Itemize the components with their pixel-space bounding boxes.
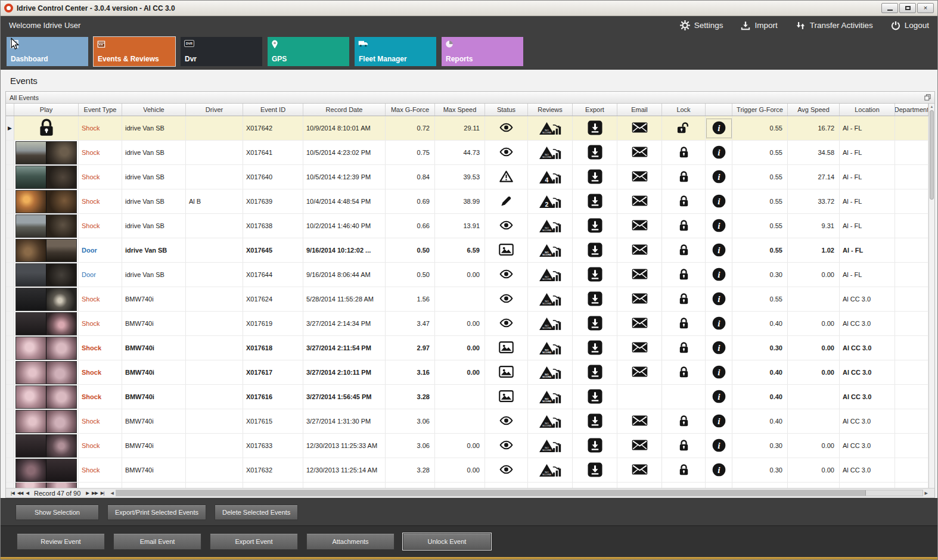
- export-download-icon[interactable]: [588, 145, 602, 161]
- email-envelope-icon[interactable]: [632, 342, 648, 354]
- locked-icon[interactable]: [679, 268, 689, 282]
- import-action[interactable]: Import: [741, 21, 777, 30]
- event-row[interactable]: ShockBMW740iX0176245/28/2014 11:55:28 AM…: [6, 287, 928, 312]
- horizontal-scroll-track[interactable]: [116, 490, 923, 496]
- event-thumbnail[interactable]: [16, 239, 76, 262]
- review-score-icon[interactable]: NOSCORE: [539, 293, 561, 306]
- info-icon[interactable]: i: [712, 373, 726, 380]
- info-icon[interactable]: i: [712, 153, 726, 160]
- tab-reports[interactable]: Reports: [442, 37, 523, 66]
- locked-icon[interactable]: [679, 170, 689, 184]
- email-envelope-icon[interactable]: [632, 415, 648, 427]
- event-thumbnail[interactable]: [16, 313, 76, 335]
- info-icon[interactable]: i: [712, 226, 726, 234]
- review-score-icon[interactable]: NOSCORE: [539, 390, 561, 404]
- locked-icon[interactable]: [679, 439, 689, 453]
- event-thumbnail[interactable]: [16, 215, 76, 237]
- event-thumbnail[interactable]: [16, 483, 76, 488]
- export-download-icon[interactable]: [588, 438, 602, 454]
- minimize-button[interactable]: [881, 3, 898, 13]
- email-envelope-icon[interactable]: [632, 122, 648, 134]
- column-header-location[interactable]: Location: [840, 104, 895, 116]
- email-envelope-icon[interactable]: [632, 293, 648, 305]
- email-envelope-icon[interactable]: [632, 147, 648, 158]
- review-score-icon[interactable]: NOSCORE: [539, 439, 561, 453]
- export-download-icon[interactable]: [588, 169, 602, 185]
- pager-first-button[interactable]: |◀: [11, 491, 14, 496]
- info-icon[interactable]: i: [712, 422, 726, 429]
- event-thumbnail[interactable]: [16, 410, 76, 433]
- info-icon[interactable]: i: [712, 397, 726, 405]
- unlock-event-button[interactable]: Unlock Event: [403, 533, 491, 550]
- event-row[interactable]: Shockidrive Van SBAl BX01763910/4/2014 4…: [6, 189, 928, 214]
- locked-icon[interactable]: [679, 244, 689, 257]
- maximize-button[interactable]: [899, 3, 916, 13]
- column-header-avg-speed[interactable]: Avg Speed: [788, 104, 840, 116]
- event-row[interactable]: Dooridrive Van SBX0176449/16/2014 8:06:4…: [6, 263, 928, 287]
- locked-icon[interactable]: [679, 463, 689, 477]
- delete-selected-button[interactable]: Delete Selected Events: [215, 505, 298, 520]
- column-header-department[interactable]: Department: [895, 104, 928, 116]
- export-download-icon[interactable]: [588, 120, 602, 136]
- review-score-icon[interactable]: NOSCORE: [539, 317, 561, 331]
- column-header-export[interactable]: Export: [573, 104, 617, 116]
- locked-icon[interactable]: [679, 293, 689, 306]
- review-event-button[interactable]: Review Event: [17, 533, 105, 550]
- locked-icon[interactable]: [679, 146, 689, 160]
- column-header-driver[interactable]: Driver: [186, 104, 243, 116]
- export-download-icon[interactable]: [588, 413, 602, 430]
- show-selection-button[interactable]: Show Selection: [15, 505, 99, 520]
- review-score-icon[interactable]: NOSCORE: [539, 341, 561, 355]
- horizontal-scroll-thumb[interactable]: [116, 490, 866, 496]
- export-download-icon[interactable]: [588, 218, 602, 234]
- export-download-icon[interactable]: [588, 389, 602, 405]
- event-row[interactable]: ShockBMW740iX01763312/30/2013 11:25:33 A…: [6, 434, 928, 458]
- column-header-play[interactable]: Play: [14, 104, 79, 116]
- event-row[interactable]: ShockBMW740iX0176173/27/2014 2:10:11 PM3…: [6, 360, 928, 385]
- email-envelope-icon[interactable]: [632, 318, 648, 329]
- email-envelope-icon[interactable]: [632, 366, 648, 378]
- review-score-icon[interactable]: 2: [539, 195, 561, 209]
- review-score-icon[interactable]: NOSCORE: [539, 146, 561, 160]
- column-header-blank[interactable]: [706, 104, 732, 116]
- email-envelope-icon[interactable]: [632, 440, 648, 452]
- event-row[interactable]: ShockBMW740iX0176153/27/2014 1:31:30 PM3…: [6, 409, 928, 434]
- close-button[interactable]: ×: [917, 3, 934, 13]
- locked-icon[interactable]: [679, 317, 689, 331]
- transfer-action[interactable]: Transfer Activities: [796, 21, 873, 30]
- event-row[interactable]: ShockBMW740iX0176163/27/2014 1:56:45 PM3…: [6, 385, 928, 409]
- horizontal-scrollbar[interactable]: ◀ ▶: [108, 489, 930, 497]
- export-download-icon[interactable]: [588, 462, 602, 478]
- locked-icon[interactable]: [679, 219, 689, 233]
- attachments-button[interactable]: Attachments: [306, 533, 395, 550]
- info-icon[interactable]: i: [712, 349, 726, 356]
- event-thumbnail[interactable]: [16, 362, 76, 384]
- email-envelope-icon[interactable]: [632, 195, 648, 207]
- email-envelope-icon[interactable]: [632, 244, 648, 256]
- info-icon[interactable]: i: [712, 446, 726, 453]
- info-icon[interactable]: i: [712, 202, 726, 209]
- review-score-icon[interactable]: NOSCORE: [539, 122, 561, 135]
- event-thumbnail[interactable]: [16, 288, 76, 310]
- expand-grid-icon[interactable]: [924, 94, 931, 101]
- scroll-left-icon[interactable]: ◀: [108, 491, 115, 495]
- column-header-event-id[interactable]: Event ID: [243, 104, 303, 116]
- column-header-lock[interactable]: Lock: [662, 104, 706, 116]
- event-thumbnail[interactable]: [16, 337, 76, 359]
- review-score-icon[interactable]: NOSCORE: [539, 366, 561, 379]
- tab-gps[interactable]: GPS: [268, 37, 349, 66]
- email-envelope-icon[interactable]: [632, 464, 648, 476]
- column-header-blank[interactable]: [6, 104, 14, 116]
- column-header-reviews[interactable]: Reviews: [528, 104, 573, 116]
- event-row[interactable]: ShockBMW740iX01763212/30/2013 11:25:14 A…: [6, 458, 928, 483]
- review-score-icon[interactable]: NOSCORE: [539, 219, 561, 233]
- locked-icon[interactable]: [679, 366, 689, 379]
- event-row[interactable]: [6, 483, 928, 488]
- export-download-icon[interactable]: [588, 291, 602, 307]
- event-thumbnail[interactable]: [16, 264, 76, 286]
- logout-action[interactable]: Logout: [891, 21, 929, 30]
- column-header-trigger-g-force[interactable]: Trigger G-Force: [732, 104, 788, 116]
- export-download-icon[interactable]: [588, 316, 602, 332]
- column-header-max-speed[interactable]: Max Speed: [435, 104, 485, 116]
- review-score-icon[interactable]: NOSCORE: [539, 244, 561, 257]
